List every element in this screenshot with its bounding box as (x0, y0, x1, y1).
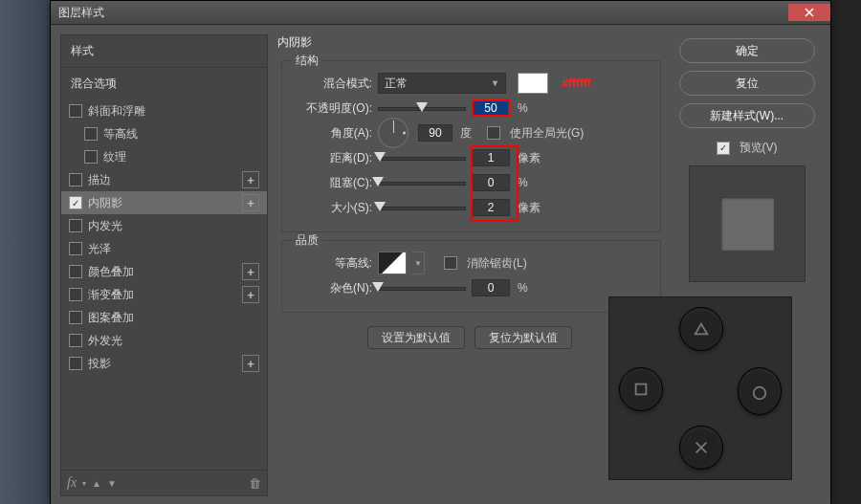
sidebar-item-label: 渐变叠加 (88, 287, 134, 303)
angle-unit: 度 (460, 125, 472, 142)
circle-icon (751, 384, 768, 402)
choke-label: 阻塞(C): (294, 175, 372, 191)
sidebar-item-5[interactable]: 内发光 (61, 214, 267, 237)
close-icon (805, 8, 814, 17)
sidebar-footer: fx▾ ▲ ▼ 🗑 (61, 470, 267, 495)
angle-dial[interactable] (378, 118, 408, 148)
window-title: 图层样式 (58, 5, 104, 21)
choke-slider[interactable] (378, 176, 466, 189)
add-icon[interactable]: + (242, 194, 259, 211)
sidebar-item-checkbox[interactable] (69, 334, 82, 347)
sidebar-item-label: 描边 (88, 172, 111, 188)
sidebar-item-7[interactable]: 颜色叠加+ (61, 260, 267, 283)
choke-input[interactable] (472, 174, 510, 191)
cancel-button[interactable]: 复位 (679, 71, 815, 96)
global-light-checkbox[interactable] (487, 126, 500, 140)
sidebar-item-label: 内阴影 (88, 195, 122, 211)
antialias-checkbox[interactable] (444, 256, 457, 270)
size-label: 大小(S): (294, 200, 372, 216)
hex-annotation: #ffffff (562, 77, 591, 90)
arrow-down-icon[interactable]: ▼ (107, 478, 117, 489)
opacity-input[interactable] (472, 99, 510, 117)
sidebar-item-11[interactable]: 投影+ (61, 352, 267, 375)
sidebar-item-label: 纹理 (103, 149, 126, 165)
sidebar-item-label: 斜面和浮雕 (88, 103, 145, 120)
dpad-left-button[interactable] (619, 367, 663, 411)
chevron-down-icon: ▼ (491, 78, 499, 88)
size-input[interactable] (472, 199, 510, 216)
preview-label: 预览(V) (740, 140, 778, 156)
sidebar-item-checkbox[interactable] (69, 173, 82, 186)
noise-label: 杂色(N): (294, 280, 372, 296)
choke-unit: % (518, 176, 528, 189)
angle-label: 角度(A): (294, 125, 372, 142)
sidebar-item-checkbox[interactable] (69, 242, 82, 255)
sidebar-item-label: 光泽 (88, 241, 111, 257)
sidebar-item-checkbox[interactable] (69, 311, 82, 324)
structure-legend: 结构 (292, 53, 322, 69)
sidebar-item-checkbox[interactable] (69, 219, 82, 232)
fx-icon[interactable]: fx (67, 475, 77, 491)
distance-input[interactable] (472, 149, 510, 166)
noise-input[interactable] (472, 279, 510, 296)
noise-slider[interactable] (378, 281, 466, 295)
sidebar-item-checkbox[interactable] (84, 127, 98, 141)
quality-fieldset: 品质 等高线: ▼ 消除锯齿(L) 杂色(N): % (281, 240, 661, 313)
sidebar-item-8[interactable]: 渐变叠加+ (61, 283, 267, 306)
title-bar[interactable]: 图层样式 (51, 1, 830, 25)
sidebar-item-10[interactable]: 外发光 (61, 329, 267, 352)
contour-dropdown[interactable]: ▼ (412, 252, 425, 274)
contour-picker[interactable] (378, 252, 407, 274)
size-slider[interactable] (378, 201, 466, 214)
add-icon[interactable]: + (242, 286, 259, 303)
sidebar-item-checkbox[interactable] (69, 357, 82, 370)
sidebar-item-checkbox[interactable] (69, 265, 82, 278)
distance-slider[interactable] (378, 151, 466, 164)
sidebar-item-2[interactable]: 纹理 (61, 145, 267, 168)
sidebar-item-1[interactable]: 等高线 (61, 122, 267, 145)
preview-box (689, 165, 806, 282)
blend-mode-select[interactable]: 正常 ▼ (378, 73, 506, 94)
close-button[interactable] (788, 4, 830, 21)
dpad-right-button[interactable] (738, 367, 782, 415)
sidebar-item-checkbox[interactable] (69, 288, 82, 301)
cross-icon (693, 439, 710, 456)
sidebar-header-blend[interactable]: 混合选项 (61, 67, 267, 99)
size-unit: 像素 (518, 200, 541, 216)
structure-fieldset: 结构 混合模式: 正常 ▼ #ffffff 不透明度(O): % (281, 60, 661, 232)
svg-rect-0 (636, 384, 647, 395)
sidebar-item-0[interactable]: 斜面和浮雕 (61, 99, 267, 122)
panel-title: 内阴影 (277, 34, 661, 51)
dpad-up-button[interactable] (679, 307, 723, 351)
global-light-label: 使用全局光(G) (510, 125, 584, 142)
sidebar-item-label: 外发光 (88, 333, 122, 349)
sidebar-header-styles[interactable]: 样式 (61, 35, 267, 67)
make-default-button[interactable]: 设置为默认值 (367, 326, 465, 349)
angle-input[interactable] (418, 124, 453, 142)
trash-icon[interactable]: 🗑 (249, 476, 261, 491)
arrow-up-icon[interactable]: ▲ (92, 478, 101, 489)
sidebar-item-checkbox[interactable] (84, 150, 98, 164)
color-swatch[interactable] (518, 73, 548, 94)
add-icon[interactable]: + (242, 171, 259, 188)
sidebar-item-9[interactable]: 图案叠加 (61, 306, 267, 329)
distance-unit: 像素 (518, 150, 541, 166)
sidebar-item-label: 颜色叠加 (88, 264, 134, 280)
ok-button[interactable]: 确定 (679, 38, 815, 63)
sidebar-item-checkbox[interactable] (69, 104, 82, 118)
add-icon[interactable]: + (242, 263, 259, 280)
sidebar-item-4[interactable]: ✓内阴影+ (61, 191, 267, 214)
sidebar-item-6[interactable]: 光泽 (61, 237, 267, 260)
sidebar-item-label: 投影 (88, 356, 111, 372)
opacity-slider[interactable] (378, 101, 466, 115)
reset-default-button[interactable]: 复位为默认值 (475, 326, 572, 349)
add-icon[interactable]: + (242, 355, 259, 372)
dpad-down-button[interactable] (679, 426, 723, 470)
new-style-button[interactable]: 新建样式(W)... (679, 103, 815, 128)
preview-checkbox[interactable]: ✓ (717, 142, 730, 155)
sidebar-item-checkbox[interactable]: ✓ (69, 196, 82, 209)
main-panel: 内阴影 结构 混合模式: 正常 ▼ #ffffff 不透明度(O): % (277, 34, 663, 496)
dpad-overlay (608, 296, 792, 480)
square-icon (632, 381, 650, 398)
sidebar-item-3[interactable]: 描边+ (61, 168, 267, 191)
